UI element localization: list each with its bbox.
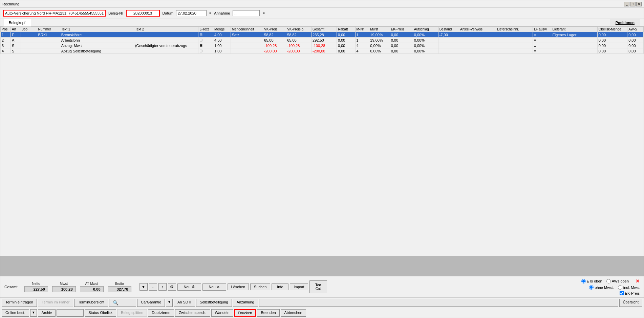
table-cell[interactable]: Satz — [231, 32, 263, 38]
radio-ets-input[interactable] — [581, 279, 586, 283]
table-cell[interactable] — [438, 38, 459, 43]
table-cell[interactable]: 65,00 — [286, 38, 312, 43]
status-obelisk-btn[interactable]: Status Obelisk — [85, 309, 116, 317]
drucken-btn[interactable]: Drucken — [234, 309, 256, 317]
neu2-btn[interactable]: Neu ✕ — [202, 283, 226, 291]
radio-aws-input[interactable] — [606, 279, 611, 283]
table-row[interactable]: 3SAbzug: Mwst(Geschädigter vorsteuerabzu… — [1, 43, 644, 48]
table-cell[interactable]: Bremsklötze — [60, 32, 134, 38]
table-cell[interactable] — [37, 48, 60, 54]
table-cell[interactable]: S — [10, 48, 21, 54]
car-garantie-btn[interactable]: CarGarantie — [137, 299, 165, 307]
table-cell[interactable] — [231, 48, 263, 54]
table-wrapper[interactable]: Pos. Art Job Nummer Text 1 Text 2 L-Text… — [0, 26, 644, 256]
table-cell[interactable] — [459, 38, 496, 43]
table-cell[interactable] — [438, 43, 459, 48]
table-cell[interactable] — [551, 43, 597, 48]
customer-field[interactable]: Auto-Versicherung Nord HH-MA1231, 784514… — [3, 10, 106, 17]
table-cell[interactable]: 0,00 — [337, 32, 355, 38]
termin-eintragen-btn[interactable]: Termin eintragen — [2, 299, 37, 307]
table-cell[interactable] — [134, 48, 198, 54]
table-cell[interactable]: ≡ — [533, 43, 551, 48]
table-cell[interactable]: 292,50 — [312, 38, 337, 43]
table-cell[interactable]: -7,00 — [438, 32, 459, 38]
table-cell[interactable]: 0,00 — [337, 43, 355, 48]
table-cell[interactable] — [134, 38, 198, 43]
table-cell[interactable] — [21, 38, 37, 43]
annahme-field[interactable]: .. — [233, 10, 260, 16]
table-cell[interactable]: ⊞ — [198, 32, 213, 38]
close-button[interactable]: ✕ — [636, 2, 642, 6]
table-cell[interactable]: 0,00 — [390, 32, 413, 38]
annahme-icon[interactable]: ≡ — [262, 11, 264, 15]
anzahlung-btn[interactable]: Anzahlung — [233, 299, 258, 307]
table-cell[interactable]: 1 — [355, 38, 369, 43]
table-cell[interactable]: A — [10, 38, 21, 43]
neu1-btn[interactable]: Neu ≚ — [177, 283, 201, 291]
maximize-button[interactable]: □ — [630, 2, 636, 6]
table-cell[interactable]: 0,00 — [597, 38, 627, 43]
radio-incl-mwst-input[interactable] — [618, 285, 622, 290]
tab-positionen[interactable]: Positionen — [610, 19, 640, 26]
table-cell[interactable]: 19,00% — [369, 38, 390, 43]
table-cell[interactable]: BRKL — [37, 32, 60, 38]
table-cell[interactable]: Arbeitslohn — [60, 38, 134, 43]
an-sd-btn[interactable]: An SD II — [174, 299, 195, 307]
datum-field[interactable]: 27.02.2020 — [176, 10, 207, 16]
car-garantie-dropdown[interactable]: ▼ — [166, 299, 173, 307]
up-btn[interactable]: ↑ — [158, 283, 167, 291]
table-cell[interactable]: 0,00 — [597, 43, 627, 48]
table-cell[interactable]: 0,00 — [390, 48, 413, 54]
table-cell[interactable]: 65,00 — [263, 38, 286, 43]
table-cell[interactable]: 4 — [355, 48, 369, 54]
table-cell[interactable]: 58,82 — [286, 32, 312, 38]
table-cell[interactable]: 0,00 — [627, 32, 644, 38]
dropdown-btn[interactable]: ▼ — [139, 283, 148, 291]
table-cell[interactable]: 4,50 — [213, 38, 231, 43]
close-x-btn[interactable]: ✕ — [636, 278, 640, 284]
fingerprint-btn[interactable]: 🔍 — [109, 299, 136, 307]
table-cell[interactable] — [459, 32, 496, 38]
table-cell[interactable]: 0,00 — [597, 48, 627, 54]
loeschen-btn[interactable]: Löschen — [228, 283, 249, 290]
settings-btn[interactable]: ⚙ — [168, 283, 176, 291]
table-cell[interactable] — [21, 48, 37, 54]
online-best-btn[interactable]: Online best. — [2, 309, 29, 317]
table-cell[interactable]: 0,00 — [597, 32, 627, 38]
table-cell[interactable]: ≡ — [533, 38, 551, 43]
table-cell[interactable]: 1 — [1, 32, 11, 38]
table-cell[interactable]: 0,00% — [369, 48, 390, 54]
table-cell[interactable]: 0,00 — [627, 38, 644, 43]
table-cell[interactable] — [496, 43, 533, 48]
table-cell[interactable] — [438, 48, 459, 54]
table-cell[interactable]: 1 — [355, 32, 369, 38]
info-btn[interactable]: Info — [272, 283, 288, 290]
table-cell[interactable] — [496, 32, 533, 38]
table-cell[interactable]: ≡ — [533, 48, 551, 54]
table-cell[interactable]: 19,00% — [369, 32, 390, 38]
table-cell[interactable]: ⊞ — [198, 43, 213, 48]
table-cell[interactable]: 58,82 — [263, 32, 286, 38]
radio-ohne-mwst-input[interactable] — [589, 285, 594, 290]
table-cell[interactable]: ⊞ — [198, 38, 213, 43]
table-cell[interactable]: 0,00% — [413, 38, 438, 43]
beenden-btn[interactable]: Beenden — [257, 309, 279, 317]
table-cell[interactable]: Abzug Selbstbeteiligung — [60, 48, 134, 54]
table-cell[interactable]: 0,00% — [369, 43, 390, 48]
table-cell[interactable]: Eigenes Lager — [551, 32, 597, 38]
table-cell[interactable] — [21, 32, 37, 38]
table-cell[interactable]: Abzug: Mwst — [60, 43, 134, 48]
table-cell[interactable]: 4 — [1, 48, 11, 54]
table-cell[interactable]: 4,00 — [213, 32, 231, 38]
table-cell[interactable] — [21, 43, 37, 48]
table-cell[interactable] — [231, 43, 263, 48]
table-cell[interactable]: 0,00 — [390, 43, 413, 48]
table-cell[interactable]: ⊞ — [198, 48, 213, 54]
table-cell[interactable]: -200,00 — [286, 48, 312, 54]
uebersicht-btn[interactable]: Übersicht — [619, 299, 642, 307]
table-cell[interactable]: 0,00 — [337, 48, 355, 54]
table-cell[interactable]: 0,00% — [413, 48, 438, 54]
wandeln-btn[interactable]: Wandeln — [211, 309, 233, 317]
tab-belegkopf[interactable]: Belegkopf — [3, 19, 31, 26]
zwischenspeich-btn[interactable]: Zwischenspeich. — [175, 309, 210, 317]
